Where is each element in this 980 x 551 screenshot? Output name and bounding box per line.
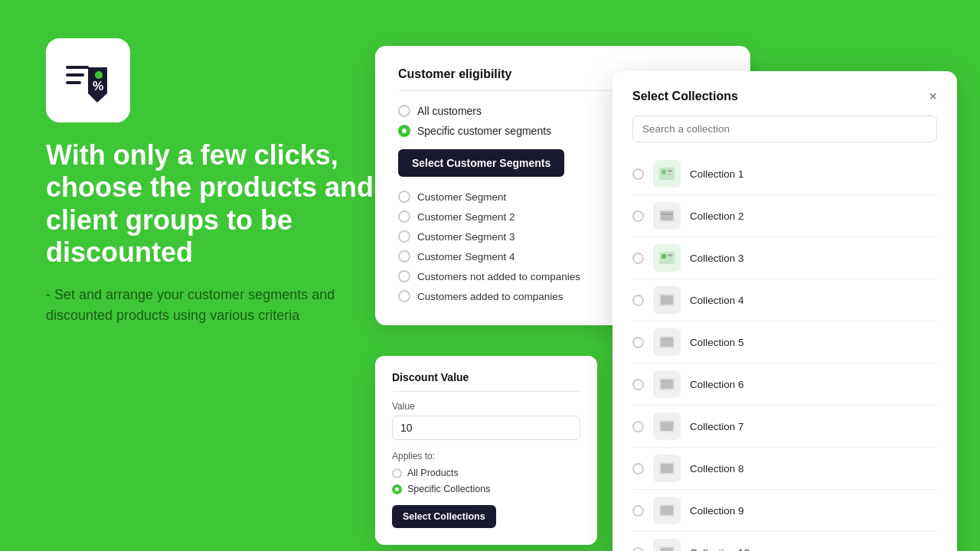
collection-radio-3[interactable] bbox=[632, 295, 644, 306]
segment-name-4: Customers not added to companies bbox=[417, 271, 580, 282]
subtext: - Set and arrange your customer segments… bbox=[46, 285, 375, 326]
modal-close-button[interactable]: × bbox=[929, 90, 937, 103]
svg-text:%: % bbox=[93, 80, 103, 93]
logo-icon: % bbox=[61, 58, 115, 103]
svg-rect-28 bbox=[661, 548, 673, 551]
select-segments-button[interactable]: Select Customer Segments bbox=[398, 149, 564, 177]
svg-rect-0 bbox=[66, 66, 89, 69]
list-item: Collection 2 bbox=[632, 195, 937, 237]
collection-radio-2[interactable] bbox=[632, 253, 644, 264]
collection-radio-5[interactable] bbox=[632, 379, 644, 390]
collection-radio-0[interactable] bbox=[632, 168, 644, 180]
collections-modal: Select Collections × Collection 1 Collec… bbox=[612, 71, 957, 551]
modal-title: Select Collections bbox=[632, 90, 738, 103]
list-item: Collection 6 bbox=[632, 364, 937, 406]
segment-radio-4[interactable] bbox=[398, 270, 410, 282]
all-products-option[interactable]: All Products bbox=[392, 468, 580, 478]
discount-card: Discount Value Value Applies to: All Pro… bbox=[375, 356, 597, 545]
left-panel: % With only a few clicks, choose the pro… bbox=[46, 38, 375, 326]
select-collections-button[interactable]: Select Collections bbox=[392, 505, 496, 528]
collection-thumb-8 bbox=[653, 497, 681, 524]
specific-collections-label: Specific Collections bbox=[407, 484, 490, 494]
collection-thumb-3 bbox=[653, 286, 681, 314]
list-item: Collection 8 bbox=[632, 448, 937, 490]
all-customers-label: All customers bbox=[417, 105, 482, 117]
collection-radio-9[interactable] bbox=[632, 547, 644, 552]
svg-rect-7 bbox=[668, 170, 672, 172]
svg-point-3 bbox=[95, 71, 103, 79]
collection-radio-6[interactable] bbox=[632, 421, 644, 432]
applies-to-label: Applies to: bbox=[392, 451, 580, 461]
all-customers-radio[interactable] bbox=[398, 105, 410, 117]
collection-name-1: Collection 2 bbox=[690, 210, 744, 222]
collection-thumb-1 bbox=[653, 202, 681, 230]
collection-thumb-2 bbox=[653, 244, 681, 272]
list-item: Collection 3 bbox=[632, 237, 937, 279]
list-item: Collection 7 bbox=[632, 406, 937, 448]
svg-rect-18 bbox=[661, 337, 673, 347]
svg-rect-26 bbox=[661, 506, 673, 515]
collection-thumb-7 bbox=[653, 455, 681, 482]
svg-rect-20 bbox=[661, 380, 673, 389]
svg-rect-22 bbox=[661, 422, 673, 431]
specific-segments-label: Specific customer segments bbox=[417, 125, 551, 137]
collection-name-6: Collection 7 bbox=[690, 421, 744, 432]
collection-name-9: Collection 10 bbox=[690, 547, 750, 552]
collection-name-7: Collection 8 bbox=[690, 463, 744, 474]
value-input[interactable] bbox=[392, 416, 580, 440]
svg-rect-10 bbox=[661, 211, 673, 220]
collection-radio-4[interactable] bbox=[632, 337, 644, 348]
applies-to-radio-group: All Products Specific Collections bbox=[392, 468, 580, 494]
collection-name-0: Collection 1 bbox=[690, 168, 744, 180]
segment-name-0: Customer Segment bbox=[417, 191, 506, 203]
specific-collections-radio[interactable] bbox=[392, 484, 402, 494]
collection-name-3: Collection 4 bbox=[690, 295, 744, 306]
svg-rect-16 bbox=[661, 295, 673, 305]
svg-rect-2 bbox=[66, 81, 81, 84]
collection-name-4: Collection 5 bbox=[690, 337, 744, 348]
svg-rect-24 bbox=[661, 464, 673, 473]
segment-name-1: Customer Segment 2 bbox=[417, 211, 515, 223]
collection-thumb-4 bbox=[653, 328, 681, 356]
list-item: Collection 1 bbox=[632, 153, 937, 195]
collection-thumb-6 bbox=[653, 412, 681, 440]
all-products-label: All Products bbox=[407, 468, 459, 478]
collection-radio-7[interactable] bbox=[632, 463, 644, 474]
all-products-radio[interactable] bbox=[392, 468, 402, 478]
specific-segments-radio[interactable] bbox=[398, 125, 410, 137]
svg-rect-13 bbox=[662, 254, 666, 259]
modal-header: Select Collections × bbox=[632, 90, 937, 103]
headline: With only a few clicks, choose the produ… bbox=[46, 139, 375, 269]
svg-rect-8 bbox=[668, 174, 671, 175]
collection-thumb-0 bbox=[653, 160, 681, 187]
segment-radio-2[interactable] bbox=[398, 230, 410, 243]
list-item: Collection 10 bbox=[632, 532, 937, 551]
value-field-label: Value bbox=[392, 401, 580, 412]
svg-rect-6 bbox=[662, 170, 666, 174]
list-item: Collection 9 bbox=[632, 490, 937, 532]
segment-name-2: Customer Segment 3 bbox=[417, 231, 515, 243]
collection-thumb-9 bbox=[653, 539, 681, 551]
list-item: Collection 5 bbox=[632, 321, 937, 364]
segment-name-3: Customer Segment 4 bbox=[417, 251, 515, 262]
segment-radio-3[interactable] bbox=[398, 250, 410, 262]
specific-collections-option[interactable]: Specific Collections bbox=[392, 484, 580, 494]
discount-card-title: Discount Value bbox=[392, 371, 580, 392]
collection-name-8: Collection 9 bbox=[690, 505, 744, 517]
segment-radio-5[interactable] bbox=[398, 290, 410, 302]
svg-rect-14 bbox=[668, 254, 672, 256]
collection-list: Collection 1 Collection 2 Collection 3 C… bbox=[632, 153, 937, 551]
collection-radio-1[interactable] bbox=[632, 210, 644, 222]
segment-radio-0[interactable] bbox=[398, 191, 410, 203]
segment-radio-1[interactable] bbox=[398, 210, 410, 223]
collection-thumb-5 bbox=[653, 370, 681, 398]
collection-search-input[interactable] bbox=[632, 116, 937, 142]
logo-box: % bbox=[46, 38, 130, 122]
collection-radio-8[interactable] bbox=[632, 505, 644, 517]
list-item: Collection 4 bbox=[632, 279, 937, 321]
collection-name-2: Collection 3 bbox=[690, 253, 744, 264]
collection-name-5: Collection 6 bbox=[690, 379, 744, 390]
segment-name-5: Customers added to companies bbox=[417, 291, 564, 302]
svg-rect-1 bbox=[66, 73, 84, 77]
